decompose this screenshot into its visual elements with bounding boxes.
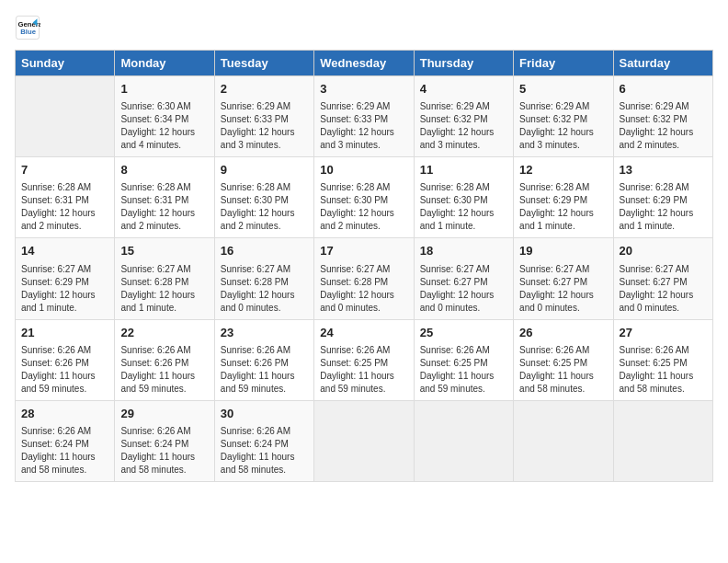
calendar-cell — [514, 400, 613, 481]
day-info: Sunrise: 6:29 AM Sunset: 6:32 PM Dayligh… — [519, 100, 607, 152]
calendar-cell — [613, 400, 712, 481]
weekday-header-monday: Monday — [115, 51, 214, 76]
day-info: Sunrise: 6:29 AM Sunset: 6:33 PM Dayligh… — [320, 100, 407, 152]
svg-text:Blue: Blue — [20, 28, 36, 36]
calendar-week-0: 1Sunrise: 6:30 AM Sunset: 6:34 PM Daylig… — [16, 76, 713, 157]
day-info: Sunrise: 6:27 AM Sunset: 6:29 PM Dayligh… — [21, 263, 108, 315]
day-info: Sunrise: 6:26 AM Sunset: 6:26 PM Dayligh… — [221, 344, 308, 396]
day-number: 20 — [620, 243, 707, 259]
day-number: 23 — [221, 325, 308, 341]
day-number: 30 — [221, 406, 308, 422]
day-info: Sunrise: 6:28 AM Sunset: 6:31 PM Dayligh… — [21, 181, 108, 233]
calendar-week-1: 7Sunrise: 6:28 AM Sunset: 6:31 PM Daylig… — [16, 157, 713, 238]
calendar-cell: 16Sunrise: 6:27 AM Sunset: 6:28 PM Dayli… — [214, 238, 313, 319]
calendar-cell: 8Sunrise: 6:28 AM Sunset: 6:31 PM Daylig… — [115, 157, 214, 238]
calendar-week-4: 28Sunrise: 6:26 AM Sunset: 6:24 PM Dayli… — [16, 400, 713, 481]
calendar-cell — [16, 76, 115, 157]
weekday-header-sunday: Sunday — [16, 51, 115, 76]
calendar-cell: 9Sunrise: 6:28 AM Sunset: 6:30 PM Daylig… — [214, 157, 313, 238]
weekday-header-saturday: Saturday — [613, 51, 712, 76]
calendar-table: SundayMondayTuesdayWednesdayThursdayFrid… — [15, 50, 713, 482]
day-number: 12 — [519, 162, 607, 178]
calendar-cell: 14Sunrise: 6:27 AM Sunset: 6:29 PM Dayli… — [16, 238, 115, 319]
day-info: Sunrise: 6:26 AM Sunset: 6:24 PM Dayligh… — [120, 425, 208, 477]
day-info: Sunrise: 6:29 AM Sunset: 6:32 PM Dayligh… — [620, 100, 707, 152]
calendar-cell: 6Sunrise: 6:29 AM Sunset: 6:32 PM Daylig… — [613, 76, 712, 157]
day-info: Sunrise: 6:27 AM Sunset: 6:27 PM Dayligh… — [620, 263, 707, 315]
calendar-cell: 24Sunrise: 6:26 AM Sunset: 6:25 PM Dayli… — [314, 319, 414, 400]
day-number: 27 — [620, 325, 707, 341]
calendar-header-row: SundayMondayTuesdayWednesdayThursdayFrid… — [16, 51, 713, 76]
day-info: Sunrise: 6:26 AM Sunset: 6:24 PM Dayligh… — [21, 425, 108, 477]
calendar-cell — [314, 400, 414, 481]
calendar-cell: 30Sunrise: 6:26 AM Sunset: 6:24 PM Dayli… — [214, 400, 313, 481]
day-number: 18 — [420, 243, 507, 259]
day-info: Sunrise: 6:26 AM Sunset: 6:26 PM Dayligh… — [21, 344, 108, 396]
calendar-cell: 12Sunrise: 6:28 AM Sunset: 6:29 PM Dayli… — [514, 157, 613, 238]
day-number: 16 — [221, 243, 308, 259]
calendar-cell: 29Sunrise: 6:26 AM Sunset: 6:24 PM Dayli… — [115, 400, 214, 481]
day-info: Sunrise: 6:26 AM Sunset: 6:25 PM Dayligh… — [519, 344, 607, 396]
day-number: 17 — [320, 243, 407, 259]
logo-icon: General Blue — [15, 15, 40, 40]
calendar-cell: 10Sunrise: 6:28 AM Sunset: 6:30 PM Dayli… — [314, 157, 414, 238]
day-number: 7 — [21, 162, 108, 178]
day-info: Sunrise: 6:28 AM Sunset: 6:30 PM Dayligh… — [320, 181, 407, 233]
day-number: 29 — [120, 406, 208, 422]
calendar-cell: 2Sunrise: 6:29 AM Sunset: 6:33 PM Daylig… — [214, 76, 313, 157]
logo: General Blue — [15, 15, 44, 40]
calendar-cell: 7Sunrise: 6:28 AM Sunset: 6:31 PM Daylig… — [16, 157, 115, 238]
day-info: Sunrise: 6:26 AM Sunset: 6:25 PM Dayligh… — [620, 344, 707, 396]
day-info: Sunrise: 6:27 AM Sunset: 6:28 PM Dayligh… — [221, 263, 308, 315]
day-number: 8 — [120, 162, 208, 178]
day-number: 13 — [620, 162, 707, 178]
calendar-cell: 23Sunrise: 6:26 AM Sunset: 6:26 PM Dayli… — [214, 319, 313, 400]
calendar-cell: 11Sunrise: 6:28 AM Sunset: 6:30 PM Dayli… — [414, 157, 513, 238]
day-info: Sunrise: 6:28 AM Sunset: 6:31 PM Dayligh… — [120, 181, 208, 233]
day-number: 4 — [420, 81, 507, 98]
weekday-header-tuesday: Tuesday — [214, 51, 313, 76]
day-info: Sunrise: 6:27 AM Sunset: 6:28 PM Dayligh… — [120, 263, 208, 315]
calendar-cell: 18Sunrise: 6:27 AM Sunset: 6:27 PM Dayli… — [414, 238, 513, 319]
weekday-header-wednesday: Wednesday — [314, 51, 414, 76]
day-number: 11 — [420, 162, 507, 178]
day-info: Sunrise: 6:26 AM Sunset: 6:26 PM Dayligh… — [120, 344, 208, 396]
day-info: Sunrise: 6:27 AM Sunset: 6:28 PM Dayligh… — [320, 263, 407, 315]
day-number: 9 — [221, 162, 308, 178]
day-number: 5 — [519, 81, 607, 98]
calendar-week-3: 21Sunrise: 6:26 AM Sunset: 6:26 PM Dayli… — [16, 319, 713, 400]
day-number: 24 — [320, 325, 407, 341]
day-info: Sunrise: 6:29 AM Sunset: 6:33 PM Dayligh… — [221, 100, 308, 152]
calendar-week-2: 14Sunrise: 6:27 AM Sunset: 6:29 PM Dayli… — [16, 238, 713, 319]
calendar-cell: 5Sunrise: 6:29 AM Sunset: 6:32 PM Daylig… — [514, 76, 613, 157]
day-number: 25 — [420, 325, 507, 341]
calendar-cell: 17Sunrise: 6:27 AM Sunset: 6:28 PM Dayli… — [314, 238, 414, 319]
calendar-cell: 1Sunrise: 6:30 AM Sunset: 6:34 PM Daylig… — [115, 76, 214, 157]
day-info: Sunrise: 6:26 AM Sunset: 6:25 PM Dayligh… — [420, 344, 507, 396]
day-number: 1 — [120, 81, 208, 98]
day-number: 22 — [120, 325, 208, 341]
calendar-cell: 13Sunrise: 6:28 AM Sunset: 6:29 PM Dayli… — [613, 157, 712, 238]
day-info: Sunrise: 6:28 AM Sunset: 6:29 PM Dayligh… — [519, 181, 607, 233]
calendar-cell — [414, 400, 513, 481]
day-number: 28 — [21, 406, 108, 422]
calendar-cell: 25Sunrise: 6:26 AM Sunset: 6:25 PM Dayli… — [414, 319, 513, 400]
weekday-header-thursday: Thursday — [414, 51, 513, 76]
day-number: 26 — [519, 325, 607, 341]
day-info: Sunrise: 6:28 AM Sunset: 6:29 PM Dayligh… — [620, 181, 707, 233]
day-number: 19 — [519, 243, 607, 259]
calendar-cell: 28Sunrise: 6:26 AM Sunset: 6:24 PM Dayli… — [16, 400, 115, 481]
calendar-body: 1Sunrise: 6:30 AM Sunset: 6:34 PM Daylig… — [16, 76, 713, 482]
day-number: 2 — [221, 81, 308, 98]
day-info: Sunrise: 6:28 AM Sunset: 6:30 PM Dayligh… — [221, 181, 308, 233]
weekday-header-friday: Friday — [514, 51, 613, 76]
calendar-cell: 20Sunrise: 6:27 AM Sunset: 6:27 PM Dayli… — [613, 238, 712, 319]
calendar-cell: 15Sunrise: 6:27 AM Sunset: 6:28 PM Dayli… — [115, 238, 214, 319]
day-info: Sunrise: 6:27 AM Sunset: 6:27 PM Dayligh… — [420, 263, 507, 315]
day-info: Sunrise: 6:28 AM Sunset: 6:30 PM Dayligh… — [420, 181, 507, 233]
page-header: General Blue — [15, 15, 713, 40]
calendar-cell: 19Sunrise: 6:27 AM Sunset: 6:27 PM Dayli… — [514, 238, 613, 319]
day-info: Sunrise: 6:26 AM Sunset: 6:25 PM Dayligh… — [320, 344, 407, 396]
calendar-cell: 27Sunrise: 6:26 AM Sunset: 6:25 PM Dayli… — [613, 319, 712, 400]
calendar-cell: 26Sunrise: 6:26 AM Sunset: 6:25 PM Dayli… — [514, 319, 613, 400]
